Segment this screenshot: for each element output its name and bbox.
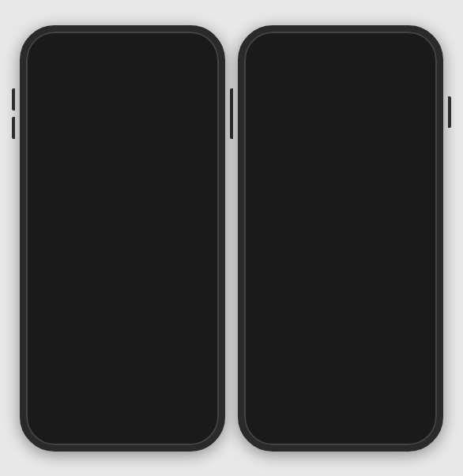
option-icon: 👨‍👩‍👧	[39, 253, 66, 280]
lte-label: LTE	[175, 43, 187, 51]
option-icon: 💼	[39, 297, 66, 324]
option-item[interactable]: ✏️ School	[39, 376, 206, 418]
nav-title: Past experience	[299, 60, 383, 73]
option-icon: 📊	[257, 155, 284, 182]
screen-subtext: We'll help you find the right place to s…	[257, 126, 424, 137]
nav-title: Motivation	[95, 60, 150, 73]
phone-screen: 2:00 ▲ LTE ‹ Motivation What's your moti…	[26, 32, 219, 445]
status-icons: ▲ LTE	[382, 43, 421, 51]
screen-heading: Do you already know any Spanish?	[257, 85, 424, 121]
option-item[interactable]: 📱 Some	[257, 190, 424, 234]
phone-past-experience: 2:00 ▲ LTE ‹ Past experience Do you alre…	[238, 25, 443, 452]
vol-up-button	[12, 88, 15, 111]
vol-down-button	[12, 117, 15, 139]
option-label: Personal interest	[73, 348, 151, 360]
power-button	[448, 96, 451, 128]
vol-down-button	[230, 117, 233, 139]
home-indicator	[309, 436, 372, 439]
battery-icon	[408, 43, 421, 50]
option-label: School	[73, 392, 105, 403]
status-bar: 2:00 ▲ LTE	[26, 32, 219, 57]
option-label: Not much	[292, 162, 336, 174]
option-icon: 🧳	[39, 210, 66, 237]
option-item[interactable]: 👨‍👩‍👧 Family / friends	[39, 245, 206, 289]
option-label: Family / friends	[73, 261, 143, 273]
phone-motivation: 2:00 ▲ LTE ‹ Motivation What's your moti…	[20, 25, 225, 452]
status-icons: ▲ LTE	[164, 43, 203, 51]
option-item[interactable]: 🎯 Skill improvement	[39, 159, 206, 202]
option-icon: 🎯	[39, 167, 66, 193]
option-label: Work	[73, 305, 97, 317]
option-label: Travel	[73, 218, 102, 230]
option-label: A lot	[292, 249, 311, 260]
status-bar: 2:00 ▲ LTE	[244, 32, 437, 57]
option-icon: ⚙️	[39, 340, 66, 367]
option-item[interactable]: 💼 Work	[39, 289, 206, 332]
screen-subtext: Learners with clear motivations are more…	[39, 126, 206, 150]
option-icon: 📱	[257, 198, 284, 225]
option-item[interactable]: 🌸 A lot	[257, 234, 424, 276]
option-icon: ✏️	[39, 384, 66, 410]
status-time: 2:00	[260, 42, 277, 51]
signal-icon: ▲	[382, 43, 390, 51]
phone-screen: 2:00 ▲ LTE ‹ Past experience Do you alre…	[244, 32, 437, 445]
back-button[interactable]: ‹	[39, 58, 43, 74]
option-item[interactable]: ⚙️ Personal interest	[39, 332, 206, 376]
option-item[interactable]: 🧳 Travel	[39, 202, 206, 245]
screen-content: What's your motivation to learn Spanish?…	[26, 77, 219, 433]
screen-content: Do you already know any Spanish? We'll h…	[244, 77, 437, 433]
option-item[interactable]: 📊 Not much	[257, 147, 424, 190]
home-indicator	[91, 436, 154, 439]
screen-heading: What's your motivation to learn Spanish?	[39, 85, 206, 121]
option-icon: 🌸	[257, 242, 284, 268]
nav-header: ‹ Past experience	[244, 57, 437, 77]
option-list: 🎯 Skill improvement 🧳 Travel 👨‍👩‍👧 Famil…	[39, 159, 206, 418]
option-list: 📊 Not much 📱 Some 🌸 A lot	[257, 147, 424, 276]
lte-label: LTE	[393, 43, 405, 51]
vol-up-button	[230, 88, 233, 111]
battery-icon	[190, 43, 203, 50]
nav-header: ‹ Motivation	[26, 57, 219, 77]
back-button[interactable]: ‹	[257, 58, 262, 74]
status-time: 2:00	[42, 42, 59, 51]
option-label: Skill improvement	[73, 174, 155, 186]
option-label: Some	[292, 205, 318, 217]
signal-icon: ▲	[164, 43, 171, 51]
